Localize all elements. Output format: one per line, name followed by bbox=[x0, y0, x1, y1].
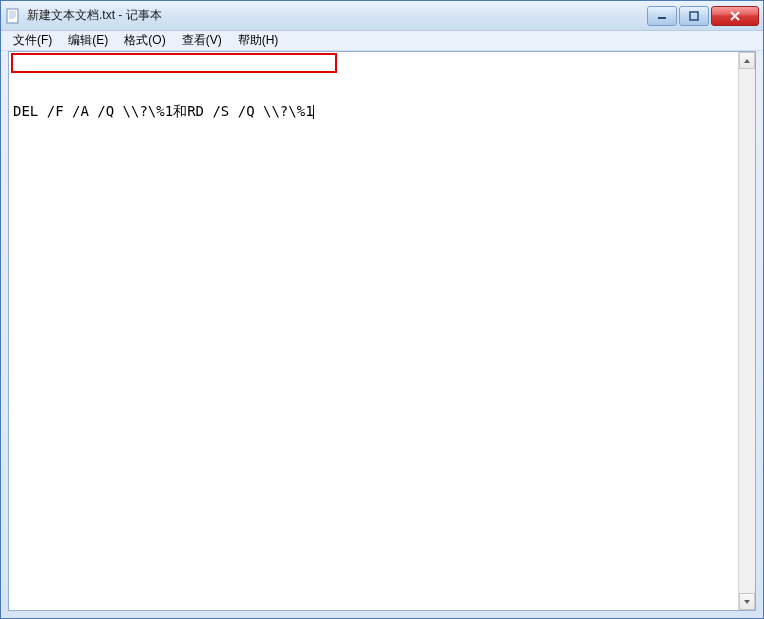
minimize-button[interactable] bbox=[647, 6, 677, 26]
scrollbar-track[interactable] bbox=[739, 69, 755, 593]
menu-view[interactable]: 查看(V) bbox=[174, 30, 230, 51]
window-controls bbox=[645, 6, 759, 26]
menu-format[interactable]: 格式(O) bbox=[116, 30, 173, 51]
scrollbar-up-button[interactable] bbox=[739, 52, 755, 69]
menu-help[interactable]: 帮助(H) bbox=[230, 30, 287, 51]
scrollbar-down-button[interactable] bbox=[739, 593, 755, 610]
maximize-button[interactable] bbox=[679, 6, 709, 26]
close-button[interactable] bbox=[711, 6, 759, 26]
menu-edit[interactable]: 编辑(E) bbox=[60, 30, 116, 51]
highlight-annotation bbox=[11, 53, 337, 73]
vertical-scrollbar[interactable] bbox=[738, 52, 755, 610]
svg-rect-6 bbox=[690, 12, 698, 20]
window-title: 新建文本文档.txt - 记事本 bbox=[25, 7, 645, 24]
text-cursor bbox=[313, 105, 314, 119]
notepad-window: 新建文本文档.txt - 记事本 文件(F) 编辑(E) 格式(O) 查看( bbox=[0, 0, 764, 619]
titlebar[interactable]: 新建文本文档.txt - 记事本 bbox=[1, 1, 763, 31]
svg-rect-5 bbox=[658, 17, 666, 19]
menubar: 文件(F) 编辑(E) 格式(O) 查看(V) 帮助(H) bbox=[1, 31, 763, 51]
editor-text: DEL /F /A /Q \\?\%1和RD /S /Q \\?\%1 bbox=[11, 102, 736, 119]
text-editor[interactable]: DEL /F /A /Q \\?\%1和RD /S /Q \\?\%1 bbox=[9, 52, 738, 610]
menu-file[interactable]: 文件(F) bbox=[5, 30, 60, 51]
notepad-icon bbox=[5, 8, 21, 24]
editor-area: DEL /F /A /Q \\?\%1和RD /S /Q \\?\%1 bbox=[8, 51, 756, 611]
